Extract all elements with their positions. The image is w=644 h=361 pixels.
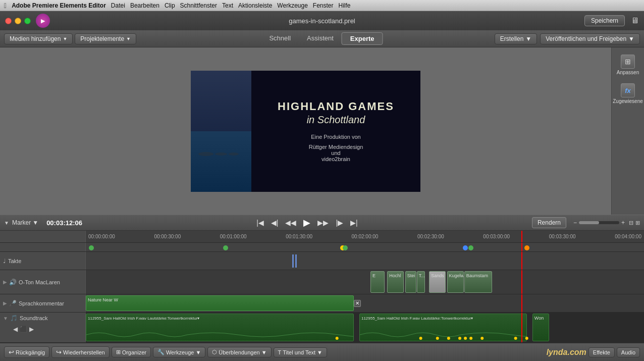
skip-to-start-button[interactable]: |◀ [254, 218, 266, 228]
werkzeuge-button[interactable]: 🔧 Werkzeuge ▼ [153, 347, 205, 357]
media-add-button[interactable]: Medien hinzufügen ▼ [4, 33, 73, 44]
takte-track: ♩ Takte [0, 252, 644, 270]
markers-track [86, 243, 644, 251]
marker-dot-6[interactable] [468, 245, 473, 250]
menu-datei[interactable]: Datei [111, 2, 125, 9]
titel-icon: T [278, 349, 282, 355]
apple-menu[interactable]:  [4, 2, 7, 10]
marker-dot-2[interactable] [223, 245, 228, 250]
prev-frame-button[interactable]: ◀| [269, 218, 281, 228]
soundtrack-content[interactable]: 112955_Sam HallOld Irish F.wav Lautstärk… [86, 313, 644, 342]
clip-sands[interactable]: Sands [429, 271, 446, 293]
tick-5: 00:02:30:00 [417, 234, 444, 239]
tick-4: 00:02:00:00 [352, 234, 379, 239]
zoom-out-icon[interactable]: − [573, 219, 577, 226]
effekte-button[interactable]: Effekte [588, 347, 615, 357]
menu-fenster[interactable]: Fenster [313, 2, 334, 9]
mode-tab-assistent[interactable]: Assistent [299, 32, 342, 45]
tick-1: 00:00:30:00 [154, 234, 181, 239]
maximize-button[interactable] [24, 18, 31, 24]
menu-text[interactable]: Text [222, 2, 233, 9]
marker-dot-7[interactable] [524, 245, 529, 250]
organizer-button[interactable]: ⊞ Organizer [112, 347, 151, 357]
playhead-oton [521, 270, 522, 294]
playhead-takte [521, 252, 522, 270]
menu-aktionsleiste[interactable]: Aktionsleiste [238, 2, 272, 9]
soundtrack-nav-buttons: ◀ ⬛ ▶ [13, 326, 34, 333]
sprachkommentar-content[interactable]: Nature Near W ✕ [86, 294, 644, 312]
soundtrack-prev-button[interactable]: ◀ [13, 326, 18, 333]
transport-controls: |◀ ◀| ◀◀ ▶ ▶▶ |▶ ▶| [254, 216, 360, 229]
preview-title-line2: in Schottland [307, 114, 365, 126]
close-button[interactable] [5, 18, 12, 24]
undo-button[interactable]: ↩ Rückgängig [4, 346, 49, 358]
project-items-caret: ▼ [126, 36, 131, 41]
project-items-button[interactable]: Projektelemente ▼ [75, 33, 136, 44]
sprach-expand[interactable]: ▶ [3, 300, 7, 306]
soundtrack-home-button[interactable]: ⬛ [20, 326, 27, 333]
expand-button[interactable]: ⊞ [635, 220, 640, 226]
oton-content[interactable]: E Hochl Stei T... Sands Kugelw B [86, 270, 644, 294]
menu-clip[interactable]: Clip [165, 2, 175, 9]
menu-bearbeiten[interactable]: Bearbeiten [130, 2, 159, 9]
mode-tab-schnell[interactable]: Schnell [261, 32, 299, 45]
menu-werkzeuge[interactable]: Werkzeuge [277, 2, 307, 9]
oton-track: ▶ 🔊 O-Ton MacLaren E Hochl Stei T... [0, 270, 644, 294]
oton-expand[interactable]: ▶ [3, 279, 7, 285]
sprachkommentar-label: ▶ 🎤 Sprachkommentar [0, 294, 86, 312]
menu-schnittfenster[interactable]: Schnittfenster [180, 2, 217, 9]
clip-hochl[interactable]: Hochl [387, 271, 404, 293]
lynda-logo: lynda.com [547, 348, 586, 357]
play-button[interactable]: ▶ [301, 216, 312, 229]
marker-dots-row [0, 243, 644, 252]
fit-button[interactable]: ⊟ [629, 220, 633, 226]
zoom-in-icon[interactable]: + [621, 219, 625, 226]
ueberblendungen-button[interactable]: ⬡ Überblendungen ▼ [207, 347, 271, 357]
sprach-icon: 🎤 [9, 300, 17, 307]
zoom-slider[interactable] [579, 221, 619, 224]
marker-dot-1[interactable] [89, 245, 94, 250]
fast-forward-button[interactable]: ▶▶ [315, 218, 331, 228]
playhead[interactable] [521, 231, 522, 242]
marker-dot-4[interactable] [343, 245, 348, 250]
menu-hilfe[interactable]: Hilfe [339, 2, 351, 9]
marker-dot-5[interactable] [463, 245, 468, 250]
undo-icon: ↩ [9, 348, 14, 356]
soundtrack-expand[interactable]: ▼ [3, 316, 8, 321]
mode-tab-experte[interactable]: Experte [342, 32, 383, 45]
redo-button[interactable]: ↪ Wiederherstellen [51, 346, 110, 358]
clip-nature[interactable]: Nature Near W [86, 295, 354, 311]
svg-point-10 [480, 337, 484, 340]
next-frame-button[interactable]: |▶ [334, 218, 345, 228]
clip-close-button[interactable]: ✕ [354, 300, 361, 307]
create-button[interactable]: Erstellen ▼ [495, 33, 538, 44]
clip-stei[interactable]: Stei [405, 271, 416, 293]
save-button[interactable]: Speichern [584, 15, 625, 26]
adjust-button[interactable]: ⊞ Anpassen [615, 53, 641, 77]
fx-label: Zugewiesene [613, 98, 642, 104]
svg-point-2 [229, 152, 239, 156]
clip-e[interactable]: E [370, 271, 385, 293]
clip-t[interactable]: T... [417, 271, 425, 293]
titel-text-button[interactable]: T Titel und Text ▼ [274, 347, 327, 357]
sprachkommentar-track: ▶ 🎤 Sprachkommentar Nature Near W ✕ [0, 294, 644, 313]
marker-label[interactable]: Marker ▼ [12, 219, 38, 226]
audio-button[interactable]: Audio [617, 347, 640, 357]
svg-point-5 [436, 337, 439, 340]
fx-button[interactable]: fx Zugewiesene [611, 81, 644, 106]
clip-baumstam[interactable]: Baumstam [464, 271, 492, 293]
minimize-button[interactable] [15, 18, 21, 24]
publish-button[interactable]: Veröffentlichen und Freigeben ▼ [540, 33, 640, 44]
render-button[interactable]: Rendern [532, 217, 566, 228]
soundtrack-next-button[interactable]: ▶ [29, 326, 34, 333]
mode-tabs: Schnell Assistent Experte [261, 32, 383, 45]
takte-content[interactable] [86, 252, 644, 270]
rewind-button[interactable]: ◀◀ [283, 218, 298, 228]
clip-kugelw[interactable]: Kugelw [447, 271, 464, 293]
preview-window: HIGHLAND GAMES in Schottland Eine Produk… [191, 71, 420, 192]
skip-to-end-button[interactable]: ▶| [348, 218, 360, 228]
timeline-zoom: − + ⊟ ⊞ [573, 219, 640, 226]
svg-point-6 [447, 337, 450, 340]
marker-triangle: ▼ [4, 220, 9, 226]
svg-point-0 [198, 152, 213, 156]
